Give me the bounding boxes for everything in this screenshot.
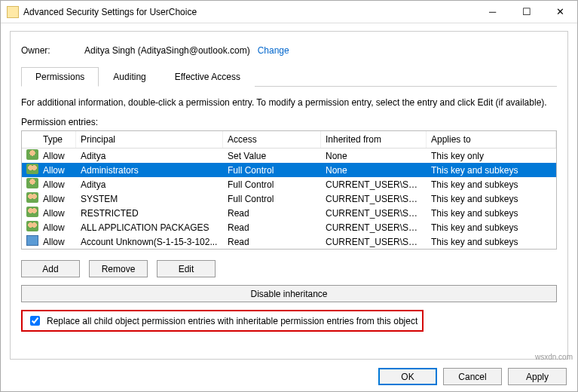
- permission-entries-label: Permission entries:: [21, 117, 557, 127]
- col-type[interactable]: Type: [38, 131, 76, 148]
- principal-icon: [26, 178, 38, 188]
- cell-access: Read: [223, 236, 321, 248]
- cell-inherited: CURRENT_USER\Soft...: [321, 207, 427, 219]
- cell-principal: Administrators: [76, 164, 223, 176]
- table-row[interactable]: AllowAdministratorsFull ControlNoneThis …: [22, 163, 556, 177]
- principal-icon: [26, 235, 38, 246]
- cell-principal: Account Unknown(S-1-15-3-102...: [76, 236, 223, 248]
- table-row[interactable]: AllowAdityaSet ValueNoneThis key only: [22, 149, 556, 163]
- cell-applies: This key and subkeys: [427, 164, 556, 176]
- cell-access: Full Control: [223, 164, 321, 176]
- cell-inherited: None: [321, 164, 427, 176]
- cell-applies: This key and subkeys: [427, 236, 556, 248]
- cell-inherited: CURRENT_USER\Soft...: [321, 179, 427, 191]
- window-title: Advanced Security Settings for UserChoic…: [23, 7, 476, 17]
- table-row[interactable]: AllowRESTRICTEDReadCURRENT_USER\Soft...T…: [22, 206, 556, 220]
- owner-value: Aditya Singh (AdityaSingh@outlook.com): [84, 45, 250, 56]
- close-button[interactable]: ✕: [543, 1, 577, 23]
- entry-buttons: Add Remove Edit: [21, 260, 557, 277]
- cell-inherited: None: [321, 150, 427, 162]
- apply-button[interactable]: Apply: [508, 368, 567, 385]
- principal-icon: [26, 149, 38, 160]
- watermark: wsxdn.com: [535, 353, 573, 361]
- cell-inherited: CURRENT_USER\Soft...: [321, 236, 427, 248]
- cell-type: Allow: [38, 193, 76, 205]
- cell-access: Read: [223, 207, 321, 219]
- cell-access: Read: [223, 222, 321, 234]
- cell-type: Allow: [38, 222, 76, 234]
- folder-icon: [7, 6, 19, 18]
- tab-auditing[interactable]: Auditing: [99, 67, 160, 87]
- owner-row: Owner: Aditya Singh (AdityaSingh@outlook…: [21, 45, 557, 56]
- table-row[interactable]: AllowAdityaFull ControlCURRENT_USER\Soft…: [22, 177, 556, 191]
- change-owner-link[interactable]: Change: [258, 45, 289, 56]
- replace-children-label: Replace all child object permission entr…: [47, 316, 417, 326]
- tab-effective-access[interactable]: Effective Access: [161, 67, 255, 87]
- cell-applies: This key and subkeys: [427, 193, 556, 205]
- tab-permissions[interactable]: Permissions: [21, 67, 99, 87]
- replace-children-row: Replace all child object permission entr…: [21, 310, 424, 332]
- table-row[interactable]: AllowSYSTEMFull ControlCURRENT_USER\Soft…: [22, 191, 556, 206]
- col-access[interactable]: Access: [223, 131, 321, 148]
- grid-body: AllowAdityaSet ValueNoneThis key onlyAll…: [22, 149, 556, 249]
- cell-type: Allow: [38, 179, 76, 191]
- col-icon[interactable]: [22, 131, 38, 148]
- cell-type: Allow: [38, 164, 76, 176]
- col-inherited[interactable]: Inherited from: [321, 131, 427, 148]
- cell-inherited: CURRENT_USER\Soft...: [321, 193, 427, 205]
- dialog-footer: OK Cancel Apply: [378, 368, 567, 385]
- replace-children-checkbox[interactable]: [30, 316, 40, 326]
- table-row[interactable]: AllowAccount Unknown(S-1-15-3-102...Read…: [22, 234, 556, 249]
- maximize-button[interactable]: ☐: [509, 1, 543, 23]
- minimize-button[interactable]: ─: [476, 1, 509, 23]
- principal-icon: [26, 221, 38, 231]
- cell-principal: Aditya: [76, 179, 223, 191]
- remove-button[interactable]: Remove: [89, 260, 148, 277]
- permission-entries-grid: Type Principal Access Inherited from App…: [21, 130, 557, 250]
- cell-applies: This key and subkeys: [427, 222, 556, 234]
- cell-access: Full Control: [223, 193, 321, 205]
- tabs: Permissions Auditing Effective Access: [21, 66, 557, 87]
- cell-type: Allow: [38, 236, 76, 248]
- col-principal[interactable]: Principal: [76, 131, 223, 148]
- ok-button[interactable]: OK: [378, 368, 437, 385]
- titlebar: Advanced Security Settings for UserChoic…: [1, 1, 577, 23]
- principal-icon: [26, 192, 38, 203]
- cell-principal: RESTRICTED: [76, 207, 223, 219]
- edit-button[interactable]: Edit: [157, 260, 216, 277]
- owner-label: Owner:: [21, 45, 84, 56]
- table-row[interactable]: AllowALL APPLICATION PACKAGESReadCURRENT…: [22, 220, 556, 234]
- principal-icon: [26, 164, 38, 174]
- content-panel: Owner: Aditya Singh (AdityaSingh@outlook…: [10, 31, 568, 360]
- principal-icon: [26, 207, 38, 217]
- cell-type: Allow: [38, 150, 76, 162]
- cancel-button[interactable]: Cancel: [443, 368, 502, 385]
- cell-principal: SYSTEM: [76, 193, 223, 205]
- cell-type: Allow: [38, 207, 76, 219]
- info-note: For additional information, double-click…: [21, 97, 557, 108]
- security-settings-window: Advanced Security Settings for UserChoic…: [0, 0, 578, 392]
- add-button[interactable]: Add: [21, 260, 80, 277]
- col-applies[interactable]: Applies to: [427, 131, 556, 148]
- cell-principal: Aditya: [76, 150, 223, 162]
- cell-access: Full Control: [223, 179, 321, 191]
- cell-inherited: CURRENT_USER\Soft...: [321, 222, 427, 234]
- cell-applies: This key only: [427, 150, 556, 162]
- cell-access: Set Value: [223, 150, 321, 162]
- cell-principal: ALL APPLICATION PACKAGES: [76, 222, 223, 234]
- grid-header: Type Principal Access Inherited from App…: [22, 131, 556, 149]
- cell-applies: This key and subkeys: [427, 179, 556, 191]
- disable-inheritance-button[interactable]: Disable inheritance: [21, 285, 557, 302]
- cell-applies: This key and subkeys: [427, 207, 556, 219]
